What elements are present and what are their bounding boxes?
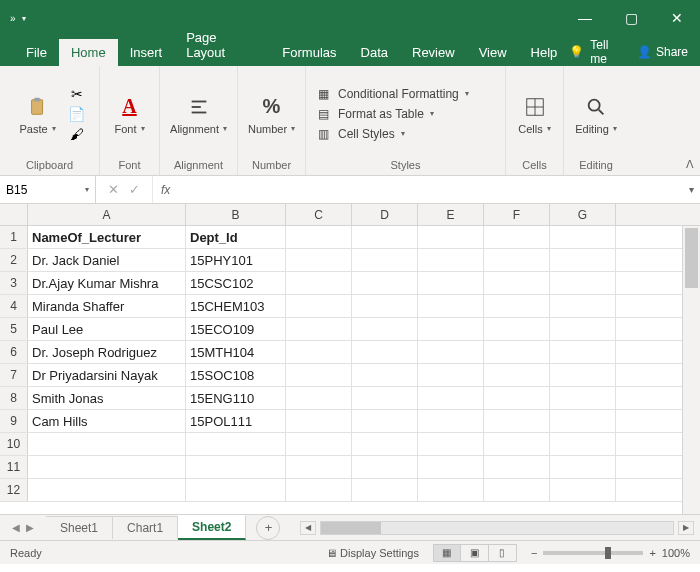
cell[interactable] [550, 410, 616, 432]
row-header[interactable]: 11 [0, 456, 28, 478]
tell-me[interactable]: 💡 Tell me [569, 38, 627, 66]
format-as-table-button[interactable]: ▤ Format as Table ▾ [314, 105, 469, 123]
table-row[interactable]: 1NameOf_LecturerDept_Id [0, 226, 700, 249]
cell[interactable]: 15CHEM103 [186, 295, 286, 317]
row-header[interactable]: 10 [0, 433, 28, 455]
cell[interactable] [352, 318, 418, 340]
cell[interactable] [286, 410, 352, 432]
cell[interactable] [286, 341, 352, 363]
cell[interactable] [418, 295, 484, 317]
cell[interactable] [286, 387, 352, 409]
cell[interactable] [286, 249, 352, 271]
editing-button[interactable]: Editing [571, 91, 621, 137]
cell[interactable]: Paul Lee [28, 318, 186, 340]
cell[interactable] [186, 479, 286, 501]
cell[interactable]: 15SOC108 [186, 364, 286, 386]
cell[interactable] [550, 341, 616, 363]
cell[interactable]: NameOf_Lecturer [28, 226, 186, 248]
col-header-e[interactable]: E [418, 204, 484, 225]
sheet-tab-sheet2[interactable]: Sheet2 [178, 515, 246, 540]
cell[interactable] [550, 433, 616, 455]
cell[interactable] [418, 364, 484, 386]
cell[interactable] [550, 387, 616, 409]
col-header-c[interactable]: C [286, 204, 352, 225]
col-header-a[interactable]: A [28, 204, 186, 225]
tab-data[interactable]: Data [349, 39, 400, 66]
cell[interactable]: 15POL111 [186, 410, 286, 432]
fx-label[interactable]: fx [153, 183, 178, 197]
hscroll-right-icon[interactable]: ▶ [678, 521, 694, 535]
font-button[interactable]: A Font [105, 91, 155, 137]
tab-help[interactable]: Help [519, 39, 570, 66]
row-header[interactable]: 1 [0, 226, 28, 248]
col-header-f[interactable]: F [484, 204, 550, 225]
cut-icon[interactable]: ✂ [67, 85, 87, 103]
cell[interactable] [28, 479, 186, 501]
quick-access-dropdown-icon[interactable]: ▾ [22, 14, 26, 23]
tab-home[interactable]: Home [59, 39, 118, 66]
cell[interactable] [550, 364, 616, 386]
cell[interactable] [28, 433, 186, 455]
sheet-nav-prev-icon[interactable]: ◀ [12, 522, 20, 533]
cell[interactable] [550, 479, 616, 501]
cell[interactable] [418, 433, 484, 455]
tab-view[interactable]: View [467, 39, 519, 66]
cell[interactable]: Cam Hills [28, 410, 186, 432]
cell[interactable] [186, 456, 286, 478]
hscroll-left-icon[interactable]: ◀ [300, 521, 316, 535]
row-header[interactable]: 7 [0, 364, 28, 386]
cell[interactable] [352, 387, 418, 409]
sheet-nav-next-icon[interactable]: ▶ [26, 522, 34, 533]
enter-formula-icon[interactable]: ✓ [129, 182, 140, 197]
name-box[interactable]: B15 [0, 176, 96, 203]
tab-file[interactable]: File [14, 39, 59, 66]
table-row[interactable]: 4Miranda Shaffer15CHEM103 [0, 295, 700, 318]
col-header-d[interactable]: D [352, 204, 418, 225]
close-button[interactable]: ✕ [654, 0, 700, 36]
cell[interactable]: 15MTH104 [186, 341, 286, 363]
cell[interactable]: 15ENG110 [186, 387, 286, 409]
share-button[interactable]: 👤 Share [637, 45, 688, 59]
cell[interactable] [352, 364, 418, 386]
col-header-g[interactable]: G [550, 204, 616, 225]
cell[interactable] [352, 433, 418, 455]
tab-insert[interactable]: Insert [118, 39, 175, 66]
maximize-button[interactable]: ▢ [608, 0, 654, 36]
cell[interactable] [186, 433, 286, 455]
cell[interactable] [28, 456, 186, 478]
cell[interactable]: Miranda Shaffer [28, 295, 186, 317]
tab-formulas[interactable]: Formulas [270, 39, 348, 66]
row-header[interactable]: 2 [0, 249, 28, 271]
row-header[interactable]: 4 [0, 295, 28, 317]
cell[interactable] [484, 341, 550, 363]
display-settings-button[interactable]: 🖥 Display Settings [326, 547, 419, 559]
cell[interactable] [352, 249, 418, 271]
cell[interactable] [550, 295, 616, 317]
cell[interactable]: 15CSC102 [186, 272, 286, 294]
table-row[interactable]: 9Cam Hills15POL111 [0, 410, 700, 433]
cell[interactable] [484, 456, 550, 478]
cells-button[interactable]: Cells [510, 91, 560, 137]
cell[interactable] [484, 387, 550, 409]
cell[interactable] [484, 433, 550, 455]
cell[interactable] [352, 295, 418, 317]
cell[interactable] [484, 479, 550, 501]
table-row[interactable]: 11 [0, 456, 700, 479]
cell[interactable] [484, 410, 550, 432]
copy-icon[interactable]: 📄 [67, 105, 87, 123]
view-page-break-icon[interactable]: ▯ [489, 544, 517, 562]
cell[interactable] [352, 456, 418, 478]
spreadsheet-grid[interactable]: A B C D E F G 1NameOf_LecturerDept_Id2Dr… [0, 204, 700, 514]
quick-access-more-icon[interactable]: » [10, 13, 16, 24]
cell[interactable] [286, 364, 352, 386]
view-page-layout-icon[interactable]: ▣ [461, 544, 489, 562]
zoom-level[interactable]: 100% [662, 547, 690, 559]
table-row[interactable]: 2Dr. Jack Daniel15PHY101 [0, 249, 700, 272]
cell[interactable] [286, 318, 352, 340]
table-row[interactable]: 3Dr.Ajay Kumar Mishra15CSC102 [0, 272, 700, 295]
cell[interactable] [484, 318, 550, 340]
view-normal-icon[interactable]: ▦ [433, 544, 461, 562]
cancel-formula-icon[interactable]: ✕ [108, 182, 119, 197]
zoom-slider[interactable] [543, 551, 643, 555]
cell[interactable] [418, 318, 484, 340]
